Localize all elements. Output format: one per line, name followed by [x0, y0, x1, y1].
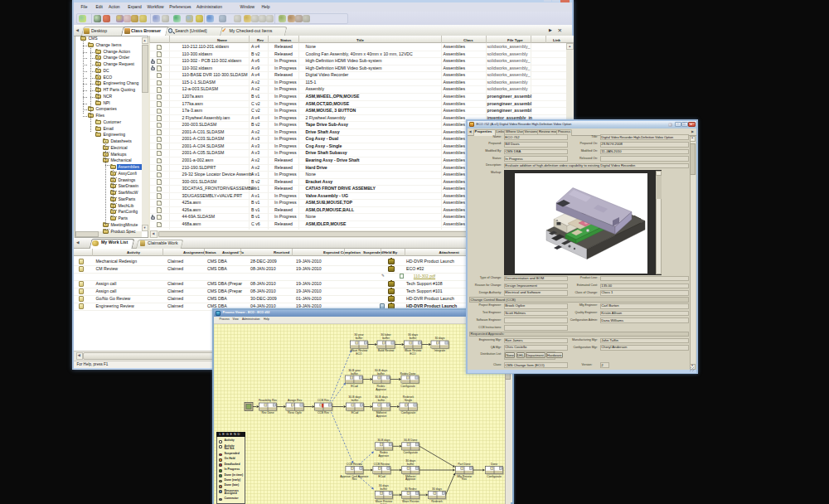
svg-text:Rev: Rev — [351, 477, 356, 481]
svg-text:ECO: ECO — [356, 351, 362, 355]
svg-text:Single: Single — [405, 399, 413, 402]
svg-text:Redev Done: Redev Done — [400, 372, 416, 376]
svg-text:CCB Review: CCB Review — [347, 462, 363, 465]
svg-text:Rev Done: Rev Done — [261, 411, 274, 414]
svg-text:buffer: buffer — [380, 487, 387, 490]
svg-text:Integrate: Integrate — [434, 349, 445, 352]
svg-text:buffer: buffer — [351, 399, 359, 402]
svg-text:Configurate: Configurate — [403, 451, 418, 454]
svg-text:Feasibility Rev: Feasibility Rev — [259, 399, 277, 402]
svg-text:ECad: ECad — [351, 385, 358, 388]
svg-text:Rev: Rev — [462, 477, 467, 481]
svg-text:Done: Done — [491, 462, 497, 465]
svg-text:ECO: ECO — [381, 502, 387, 504]
svg-text:buffer: buffer — [382, 337, 390, 340]
svg-text:30 days: 30 days — [435, 337, 445, 340]
svg-text:Approve: Approve — [405, 477, 416, 481]
svg-text:buffer: buffer — [410, 337, 417, 340]
svg-text:buffer: buffer — [377, 372, 385, 376]
svg-text:Configurate: Configurate — [487, 474, 502, 477]
svg-text:30-B Done: 30-B Done — [404, 438, 417, 441]
svg-text:Assign Rev: Assign Rev — [288, 399, 302, 402]
svg-text:ECO: ECO — [410, 351, 416, 355]
svg-text:Part Done: Part Done — [458, 462, 470, 465]
svg-text:buffer: buffer — [351, 372, 358, 376]
svg-text:30-B days: 30-B days — [377, 438, 390, 441]
svg-text:buffer: buffer — [407, 462, 414, 465]
svg-text:buffer: buffer — [378, 399, 385, 402]
svg-text:30 Redev: 30 Redev — [405, 487, 417, 490]
svg-text:Configurate: Configurate — [400, 385, 415, 388]
svg-text:ECad: ECad — [378, 474, 385, 477]
svg-text:Approve: Approve — [378, 453, 389, 457]
svg-text:CCB Rev: CCB Rev — [318, 399, 329, 402]
svg-text:Wave Review: Wave Review — [402, 499, 419, 502]
svg-text:ECad: ECad — [351, 411, 359, 414]
svg-text:Configurate: Configurate — [401, 411, 416, 414]
svg-text:CCB Rev: CCB Rev — [318, 411, 329, 414]
svg-text:Build Review: Build Review — [378, 349, 395, 352]
svg-text:CCB Review: CCB Review — [374, 462, 390, 465]
svg-text:Approve: Approve — [376, 414, 387, 417]
svg-text:Approve: Approve — [376, 387, 386, 390]
svg-text:buffer: buffer — [356, 337, 363, 340]
svg-text:Redesek: Redesek — [431, 499, 443, 502]
svg-text:30 days: 30 days — [432, 487, 442, 490]
svg-text:Resv Ogilv: Resv Ogilv — [288, 411, 302, 414]
